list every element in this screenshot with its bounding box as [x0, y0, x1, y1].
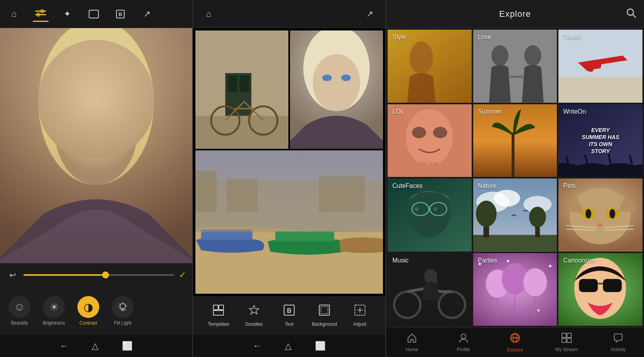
svg-line-52 — [633, 14, 635, 17]
brightness-icon: ☀ — [43, 296, 65, 318]
nav-explore[interactable]: Explore — [499, 332, 531, 353]
svg-rect-130 — [562, 338, 566, 343]
text-label: Text — [285, 321, 293, 327]
svg-rect-6 — [89, 10, 98, 18]
category-travel[interactable]: Travel — [558, 30, 642, 103]
goodies-tool[interactable]: Goodies — [240, 305, 268, 327]
collage-canvas[interactable] — [193, 28, 385, 296]
category-music[interactable]: Music — [388, 253, 472, 326]
svg-rect-42 — [219, 305, 224, 310]
svg-point-5 — [38, 14, 39, 16]
undo-button[interactable]: ↩ — [6, 270, 19, 280]
collage-recents-button[interactable]: ⬜ — [315, 341, 326, 351]
svg-point-15 — [107, 115, 116, 123]
collage-share-button[interactable]: ↗ — [362, 6, 377, 22]
adjust-tools-button[interactable] — [33, 6, 48, 22]
category-pets[interactable]: Pets — [558, 178, 642, 252]
category-love[interactable]: Love — [473, 30, 557, 103]
home-nav-label: Home — [406, 347, 418, 352]
confirm-button[interactable]: ✓ — [179, 270, 186, 280]
svg-point-83 — [494, 190, 520, 207]
nav-activity[interactable]: Activity — [603, 333, 634, 352]
home-button[interactable]: ⌂ — [6, 6, 22, 22]
nav-profile[interactable]: Profile — [448, 333, 479, 352]
svg-rect-120 — [579, 279, 598, 292]
svg-point-11 — [55, 78, 137, 185]
svg-point-65 — [433, 127, 447, 138]
category-nature[interactable]: Nature — [473, 178, 557, 252]
svg-rect-39 — [227, 178, 258, 212]
parties-label: Parties — [478, 257, 497, 264]
recents-nav-button[interactable]: ⬜ — [122, 341, 132, 351]
svg-rect-61 — [558, 77, 642, 102]
search-button[interactable] — [626, 8, 636, 20]
svg-rect-22 — [228, 75, 237, 92]
cutefaces-label: CuteFaces — [392, 182, 422, 189]
photo-canvas[interactable] — [0, 28, 192, 263]
collage-back-button[interactable]: ← — [253, 341, 261, 351]
text-tool[interactable]: B Text — [275, 305, 303, 327]
svg-rect-128 — [562, 333, 566, 337]
svg-point-64 — [412, 127, 426, 138]
style-label: Style — [392, 34, 406, 41]
svg-rect-68 — [512, 132, 514, 177]
share-button[interactable]: ↗ — [139, 6, 155, 22]
svg-point-55 — [410, 41, 433, 74]
collage-cell-bike[interactable] — [195, 30, 288, 149]
explore-grid: Style Love — [386, 28, 644, 327]
writeon-label: WriteOn — [563, 108, 586, 115]
svg-point-2 — [41, 11, 43, 12]
templates-tool[interactable]: Templates — [205, 305, 232, 327]
nav-home[interactable]: Home — [396, 333, 428, 352]
goodies-icon — [249, 305, 259, 318]
svg-point-79 — [415, 207, 419, 211]
frame-button[interactable] — [86, 6, 102, 22]
explore-title: Explore — [499, 9, 531, 19]
category-lol[interactable]: I'm cute LOL — [388, 104, 472, 177]
svg-point-13 — [103, 113, 120, 125]
category-summer[interactable]: Summer — [473, 104, 557, 177]
filllight-icon — [112, 296, 134, 318]
svg-rect-9 — [0, 28, 192, 263]
slider-thumb — [102, 271, 109, 278]
home-nav-button[interactable]: △ — [92, 341, 98, 351]
svg-rect-19 — [195, 116, 288, 149]
svg-point-10 — [38, 28, 154, 185]
category-cutefaces[interactable]: CuteFaces — [388, 178, 472, 252]
collage-home-button[interactable]: ⌂ — [201, 6, 216, 22]
svg-rect-41 — [213, 305, 218, 310]
beautify-tool[interactable]: ☺ Beautify — [4, 296, 35, 326]
svg-rect-23 — [240, 75, 249, 92]
svg-point-97 — [610, 209, 615, 218]
collage-home-nav-button[interactable]: △ — [285, 341, 292, 351]
slider-fill — [23, 274, 106, 276]
svg-point-32 — [322, 75, 332, 81]
mystream-nav-label: My Stream — [555, 347, 578, 352]
contrast-slider[interactable] — [23, 274, 174, 276]
text-button[interactable]: B — [113, 6, 128, 22]
category-style[interactable]: Style — [388, 30, 472, 103]
collage-cell-boats[interactable] — [195, 150, 383, 294]
magic-wand-button[interactable]: ✦ — [59, 6, 75, 22]
svg-point-75 — [408, 186, 451, 237]
svg-rect-121 — [603, 279, 622, 292]
collage-top-row — [195, 30, 383, 149]
explore-nav-icon — [510, 332, 521, 346]
photo-image — [0, 28, 192, 263]
category-parties[interactable]: Parties — [473, 253, 557, 326]
svg-rect-117 — [537, 309, 540, 312]
brightness-tool[interactable]: ☀ Brightness — [38, 296, 70, 326]
category-cartoonizer[interactable]: Cartoonizer — [558, 253, 642, 326]
back-nav-button[interactable]: ← — [60, 341, 68, 351]
nav-mystream[interactable]: My Stream — [551, 333, 582, 352]
collage-cell-girl[interactable] — [290, 30, 383, 149]
pets-label: Pets — [563, 182, 576, 189]
contrast-tool[interactable]: ◑ Contrast — [73, 296, 104, 326]
svg-point-123 — [461, 334, 466, 339]
beautify-icon: ☺ — [9, 296, 30, 318]
filllight-tool[interactable]: Fill Light — [107, 296, 138, 326]
adjust-tool[interactable]: Adjust — [346, 305, 374, 327]
background-tool[interactable]: Background — [311, 305, 338, 327]
editor-toolbar: ⌂ ✦ B ↗ — [0, 0, 192, 28]
category-writeon[interactable]: WriteOn EVERY SUMMER HAS ITS OWN STORY — [558, 104, 642, 177]
